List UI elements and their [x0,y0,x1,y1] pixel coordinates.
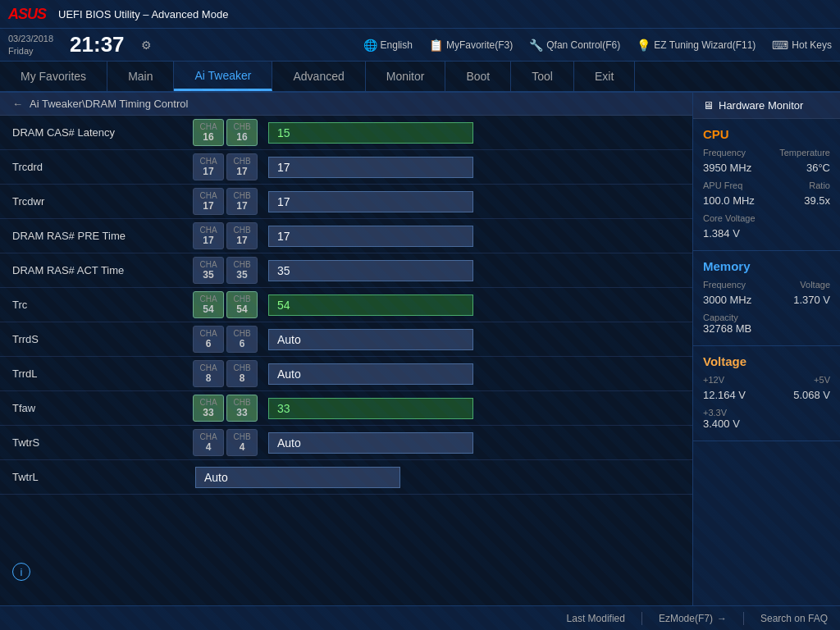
nav-item-ai-tweaker[interactable]: Ai Tweaker [174,62,272,91]
ez-tuning-button[interactable]: 💡 EZ Tuning Wizard(F11) [637,39,756,52]
cha-badge: CHA17 [193,188,224,215]
top-bar: ASUS UEFI BIOS Utility – Advanced Mode [0,0,840,29]
content-area: ← Ai Tweaker\DRAM Timing Control DRAM CA… [0,93,840,605]
cha-badge: CHA54 [193,291,224,318]
setting-row[interactable]: DRAM RAS# ACT TimeCHA35CHB3535 [0,253,692,288]
hw-monitor-panel: 🖥 Hardware Monitor CPU Frequency Tempera… [692,93,840,605]
cpu-voltage-row: Core Voltage [703,213,830,223]
nav-item-exit[interactable]: Exit [574,62,635,91]
setting-name: Trc [0,292,189,317]
nav-item-monitor[interactable]: Monitor [366,62,446,91]
channel-badges: CHA4CHB4 [189,429,262,456]
setting-value[interactable]: Auto [195,467,400,488]
setting-row[interactable]: TrcdwrCHA17CHB1717 [0,185,692,219]
channel-badges: CHA17CHB17 [189,153,262,180]
bios-title: UEFI BIOS Utility – Advanced Mode [58,8,228,21]
chb-badge: CHB17 [226,188,258,215]
setting-row[interactable]: TrcCHA54CHB5454 [0,288,692,322]
cpu-apu-row: APU Freq Ratio [703,180,830,190]
chb-badge: CHB33 [226,395,258,422]
chb-badge: CHB6 [226,326,258,353]
setting-value[interactable]: 35 [268,260,473,281]
nav-item-main[interactable]: Main [107,62,174,91]
setting-row[interactable]: DRAM RAS# PRE TimeCHA17CHB1717 [0,219,692,253]
setting-value[interactable]: 54 [268,294,473,316]
setting-row[interactable]: TrrdSCHA6CHB6Auto [0,322,692,357]
last-modified[interactable]: Last Modified [567,613,625,624]
chb-badge: CHB17 [226,153,258,180]
status-divider-2 [743,612,744,625]
info-icon[interactable]: i [12,563,30,581]
setting-name: DRAM RAS# ACT Time [0,258,189,283]
cha-badge: CHA17 [193,153,224,180]
setting-name: Tfaw [0,395,189,421]
setting-name: TwtrS [0,430,189,455]
settings-table: DRAM CAS# LatencyCHA16CHB1615TrcdrdCHA17… [0,116,692,495]
setting-name: TwtrL [0,464,189,490]
cha-badge: CHA8 [193,360,224,387]
ez-mode-button[interactable]: EzMode(F7) → [659,613,727,624]
channel-badges: CHA17CHB17 [189,188,262,215]
nav-item-boot[interactable]: Boot [445,62,511,91]
channel-badges: CHA17CHB17 [189,222,262,249]
setting-row[interactable]: TwtrSCHA4CHB4Auto [0,426,692,460]
language-selector[interactable]: 🌐 English [363,39,413,52]
chb-badge: CHB17 [226,222,258,249]
back-arrow[interactable]: ← [12,98,23,110]
cha-badge: CHA6 [193,326,224,353]
breadcrumb: ← Ai Tweaker\DRAM Timing Control [0,93,692,116]
cpu-frequency-row: Frequency Temperature [703,148,830,158]
setting-value[interactable]: Auto [268,329,473,350]
setting-value[interactable]: 15 [268,122,473,144]
setting-value[interactable]: 17 [268,191,473,212]
setting-value[interactable]: 33 [268,398,473,419]
hotkeys-icon: ⌨ [772,39,788,52]
channel-badges: CHA6CHB6 [189,326,262,353]
qfan-button[interactable]: 🔧 Qfan Control(F6) [529,39,620,52]
my-favorite-button[interactable]: 📋 MyFavorite(F3) [429,39,513,52]
chb-badge: CHB4 [226,429,258,456]
setting-row[interactable]: TrcdrdCHA17CHB1717 [0,150,692,185]
setting-value[interactable]: 17 [268,226,473,247]
channel-badges: CHA33CHB33 [189,395,262,422]
cpu-apu-value-row: 100.0 MHz 39.5x [703,194,830,209]
cpu-section-title: CPU [703,127,830,141]
setting-value[interactable]: Auto [268,363,473,385]
memory-section-title: Memory [703,259,830,273]
nav-item-my-favorites[interactable]: My Favorites [0,62,107,91]
status-bar: Last Modified EzMode(F7) → Search on FAQ [0,605,840,630]
channel-badges: CHA8CHB8 [189,360,262,387]
setting-value[interactable]: Auto [268,432,473,454]
voltage-12-row: +12V +5V [703,375,830,385]
chb-badge: CHB54 [226,291,258,318]
memory-freq-value-row: 3000 MHz 1.370 V [703,294,830,308]
channel-badges: CHA54CHB54 [189,291,262,318]
toolbar: 🌐 English 📋 MyFavorite(F3) 🔧 Qfan Contro… [363,39,832,52]
wizard-icon: 💡 [637,39,651,52]
breadcrumb-path: Ai Tweaker\DRAM Timing Control [30,98,188,110]
setting-name: TrrdS [0,326,189,352]
datetime-bar: 03/23/2018 Friday 21:37 ⚙ 🌐 English 📋 My… [0,29,840,62]
fan-icon: 🔧 [529,39,543,52]
memory-freq-row: Frequency Voltage [703,280,830,290]
setting-row[interactable]: TrrdLCHA8CHB8Auto [0,357,692,391]
search-faq-button[interactable]: Search on FAQ [760,613,828,624]
setting-row[interactable]: DRAM CAS# LatencyCHA16CHB1615 [0,116,692,150]
time-display: 21:37 [70,32,125,57]
setting-name: DRAM CAS# Latency [0,120,189,145]
cha-badge: CHA35 [193,257,224,284]
setting-row[interactable]: TwtrLAuto [0,460,692,495]
setting-name: Trcdwr [0,189,189,214]
cha-badge: CHA16 [193,119,224,146]
nav-item-tool[interactable]: Tool [511,62,574,91]
voltage-section: Voltage +12V +5V 12.164 V 5.068 V +3.3V … [693,346,840,441]
asus-logo: ASUS [8,6,46,23]
hot-keys-button[interactable]: ⌨ Hot Keys [772,39,832,52]
settings-icon[interactable]: ⚙ [141,39,152,52]
setting-value[interactable]: 17 [268,157,473,178]
monitor-icon: 🖥 [703,99,714,112]
cha-badge: CHA4 [193,429,224,456]
favorites-icon: 📋 [429,39,443,52]
setting-row[interactable]: TfawCHA33CHB3333 [0,391,692,426]
nav-item-advanced[interactable]: Advanced [272,62,365,91]
